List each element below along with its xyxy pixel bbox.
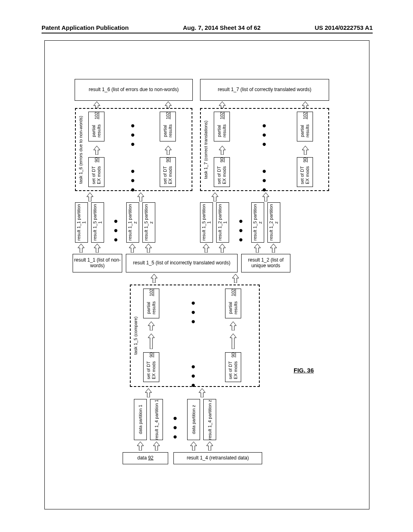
arrow-up-icon [153,442,160,451]
data-92: data 92 [123,452,168,464]
partial-results-2: partial results 102 [160,112,176,141]
result-1-6: result 1_6 (list of errors due to non-wo… [75,79,193,101]
task-1-7-label: task 1_7 (correct translations) [202,110,210,189]
partial-label: partial results [146,297,156,318]
ref-90: 90 [302,158,308,162]
data-pz: data partition z [187,399,200,440]
arrow-up-icon [165,146,171,155]
diagram: result 1_6 (list of errors due to non-wo… [73,69,331,490]
task-1-6-label: task 1_6 (errors due to non-words) [77,110,85,189]
set-dt-label: set of DT EX mods [146,359,156,382]
result-1-1: result 1_1 (list of non-words) [73,254,122,272]
arrow-up-icon [203,244,209,253]
arrow-up-icon [199,389,205,397]
partial-results-1: partial results 102 [88,112,104,141]
set-dt-5: set of DT EX mods 90 [143,352,159,382]
r11pz: result 1_1 partition z [126,202,139,243]
dots: ●●● [261,166,268,194]
data-label: data [137,455,146,461]
ref-102: 102 [94,112,99,119]
arrow-up-icon [78,244,84,253]
task-1-5-label: task 1_5 (compare) [131,288,140,384]
partial-label: partial results [217,121,227,141]
arrow-up-icon [230,334,236,349]
partial-results-6: partial results 102 [225,289,241,318]
r15p1-a: result 1_5 partition 1 [91,202,104,243]
ref-90: 90 [94,158,99,162]
header-left: Patent Application Publication [42,24,129,31]
r15p1-b: result 1_5 partition 1 [200,202,213,243]
set-dt-label: set of DT EX mods [228,359,238,382]
dots: ●●● [129,166,136,194]
arrow-up-icon [219,102,225,108]
arrow-up-icon [148,322,154,330]
arrow-up-icon [263,193,269,202]
result-1-4: result 1_4 (retranslated data) [173,452,262,464]
ref-90: 90 [149,353,154,357]
ref-102: 102 [219,112,225,119]
partial-label: partial results [228,297,238,318]
arrow-up-icon [302,102,309,108]
arrow-up-icon [145,389,152,397]
dots: ●●● [129,121,136,149]
r12pz: result 1_2 partition z [267,202,280,243]
arrow-up-icon [270,244,277,253]
data-p1: data partition 1 [134,399,147,440]
dots: ●●● [190,362,197,390]
partial-label: partial results [91,121,101,141]
header-right: US 2014/0222753 A1 [315,24,373,31]
figure-label: FIG. 36 [294,367,314,374]
arrow-up-icon [302,146,309,155]
ref-90: 90 [219,158,225,162]
dots: ●●● [112,216,119,244]
result-1-7: result 1_7 (list of correctly translated… [200,79,329,101]
ref-90: 90 [165,158,171,162]
ref-90: 90 [231,353,236,357]
set-dt-label: set of DT EX mods [217,164,227,187]
set-dt-3: set of DT EX mods 90 [214,157,230,187]
dots: ●●● [190,298,197,326]
arrow-up-icon [94,146,100,155]
arrow-up-icon [254,244,261,253]
dots: ●●● [171,414,179,441]
arrow-up-icon [212,193,218,202]
result-1-5: result 1_5 (list of incorrectly translat… [126,254,238,272]
page-header: Patent Application Publication Aug. 7, 2… [42,24,373,33]
arrow-up-icon [87,193,93,202]
r11p1: result 1_1 partition 1 [75,202,88,243]
set-dt-label: set of DT EX mods [163,164,173,187]
dots: ●●● [237,216,244,244]
arrow-up-icon [190,442,197,451]
arrow-up-icon [230,322,236,330]
arrow-up-icon [219,244,225,253]
ref-102: 102 [165,112,171,119]
arrow-up-icon [138,193,144,202]
partial-results-3: partial results 102 [214,112,230,141]
arrow-up-icon [232,274,239,283]
arrow-up-icon [137,442,144,451]
r15pz-a: result 1_5 partition z [142,202,155,243]
header-center: Aug. 7, 2014 Sheet 34 of 62 [183,24,261,31]
arrow-up-icon [94,244,100,253]
set-dt-1: set of DT EX mods 90 [88,157,104,187]
arrow-up-icon [145,244,152,253]
set-dt-label: set of DT EX mods [300,164,310,187]
r14p1: result 1_4 partition 1 [150,399,163,440]
arrow-up-icon [165,102,171,108]
r12p1: result 1_2 partition 1 [216,202,229,243]
r14pz: result 1_4 partition z [203,399,216,440]
partial-label: partial results [300,121,310,141]
set-dt-4: set of DT EX mods 90 [297,157,313,187]
ref-102: 102 [302,112,308,119]
arrow-up-icon [148,334,154,349]
arrow-up-icon [219,146,225,155]
set-dt-6: set of DT EX mods 90 [225,352,241,382]
set-dt-2: set of DT EX mods 90 [160,157,176,187]
partial-label: partial results [163,121,173,141]
arrow-up-icon [94,102,100,108]
arrow-up-icon [129,244,136,253]
r15pz-b: result 1_5 partition z [251,202,264,243]
ref-102: 102 [231,289,236,296]
set-dt-label: set of DT EX mods [91,164,101,187]
ref-102: 102 [149,289,154,296]
